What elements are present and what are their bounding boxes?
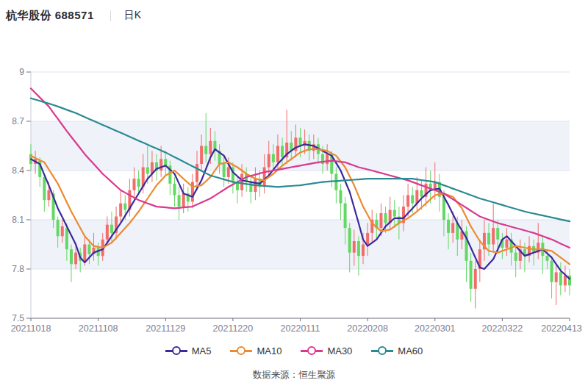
x-axis-label: 20220322 [482, 323, 523, 334]
y-axis-label: 9 [19, 67, 24, 77]
legend-item-ma5[interactable]: MA5 [165, 345, 212, 356]
legend-label: MA5 [192, 345, 212, 356]
x-axis-label: 20211220 [213, 323, 254, 334]
x-axis-label: 20220301 [415, 323, 456, 334]
legend-item-ma30[interactable]: MA30 [301, 345, 352, 356]
y-axis-label: 7.8 [12, 264, 24, 274]
x-axis-label: 20211129 [146, 323, 185, 334]
y-axis-label: 7.5 [12, 313, 24, 323]
x-axis-label: 20220208 [347, 323, 388, 334]
title-divider [110, 10, 111, 21]
x-axis-label: 20220111 [281, 323, 320, 334]
ma10-legend-marker [230, 347, 252, 354]
legend-label: MA60 [398, 345, 423, 356]
legend-item-ma10[interactable]: MA10 [230, 345, 282, 356]
grid-and-y-axis: 98.78.48.17.87.5 [12, 67, 570, 323]
legend-label: MA10 [257, 345, 282, 356]
x-axis-label: 20211108 [79, 323, 118, 334]
legend-item-ma60[interactable]: MA60 [371, 345, 423, 356]
ma5-legend-marker [165, 347, 187, 354]
data-source-label: 数据来源：恒生聚源 [0, 369, 588, 380]
y-axis-label: 8.7 [12, 116, 24, 126]
x-axis-label: 20220413 [541, 323, 582, 334]
kline-chart[interactable]: 98.78.48.17.87.5202110182021110820211129… [0, 26, 588, 344]
tab-daily-k[interactable]: 日K [124, 9, 141, 22]
legend-label: MA30 [327, 345, 352, 356]
x-axis-label: 20211018 [11, 323, 51, 334]
ma60-legend-marker [371, 347, 393, 354]
title-bar: 杭华股份 688571 日K [0, 0, 588, 26]
y-axis-label: 8.1 [12, 215, 24, 225]
footer: 数据来源：恒生聚源 [0, 369, 588, 380]
y-axis-label: 8.4 [12, 165, 24, 176]
ma30-legend-marker [301, 347, 323, 354]
stock-title: 杭华股份 688571 [6, 9, 94, 23]
x-axis: 2021101820211108202111292021122020220111… [11, 318, 582, 334]
chart-area: 98.78.48.17.87.5202110182021110820211129… [0, 26, 588, 344]
